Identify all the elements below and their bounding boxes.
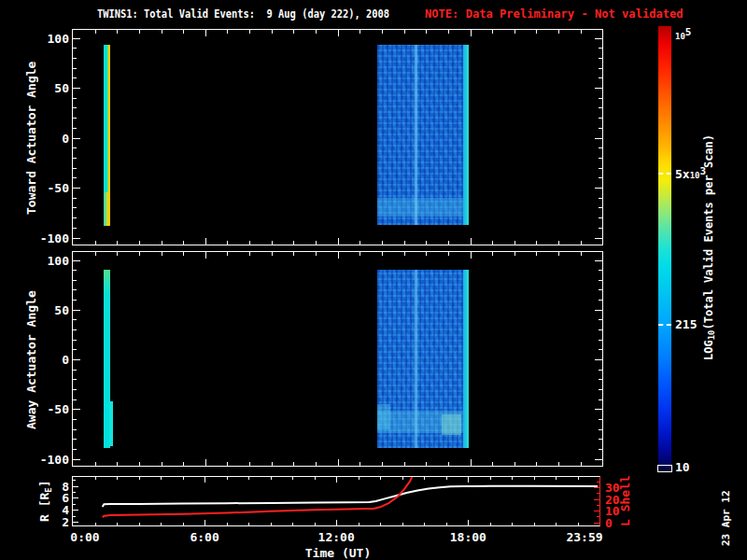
angle-tick <box>599 48 602 49</box>
angle-tick <box>599 449 602 450</box>
colorbar-tick <box>658 324 671 326</box>
angle-tick <box>595 38 602 39</box>
y-tick-label: -50 <box>48 402 69 416</box>
colorbar-tick-label: 105 <box>675 26 691 42</box>
spectrogram-data-region <box>463 45 469 225</box>
time-tick <box>205 252 206 259</box>
orbit-line-panel <box>72 476 600 526</box>
r-tick-label: 2 <box>62 515 69 529</box>
angle-tick <box>73 98 77 99</box>
angle-tick <box>599 349 602 350</box>
angle-tick <box>595 138 602 139</box>
angle-tick <box>73 270 77 271</box>
angle-tick <box>599 107 602 108</box>
time-tick <box>404 241 405 245</box>
angle-tick <box>599 217 602 218</box>
time-tick <box>117 30 118 34</box>
angle-tick <box>599 158 602 159</box>
time-tick <box>338 238 339 245</box>
angle-tick <box>73 198 77 199</box>
angle-tick <box>595 188 602 189</box>
angle-tick <box>599 98 602 99</box>
preliminary-note: NOTE: Data Preliminary - Not validated <box>425 7 684 21</box>
time-tick <box>139 462 140 466</box>
time-tick <box>183 462 184 466</box>
x-tick-label: 18:00 <box>450 530 486 544</box>
time-tick <box>227 30 228 34</box>
angle-tick <box>599 370 602 371</box>
angle-tick <box>73 389 77 390</box>
angle-tick <box>599 270 602 271</box>
angle-tick <box>73 107 77 108</box>
angle-tick <box>595 88 602 89</box>
time-tick <box>272 252 273 256</box>
time-tick <box>471 30 472 36</box>
time-tick <box>448 252 449 256</box>
time-tick <box>492 30 493 34</box>
angle-tick <box>73 429 77 430</box>
angle-tick <box>73 48 77 49</box>
spectrogram-data-region <box>109 401 112 446</box>
time-tick <box>316 252 317 256</box>
angle-tick <box>73 449 77 450</box>
r-axis-label: R [RE] <box>37 476 52 526</box>
spectrogram-data-region <box>377 198 469 217</box>
time-tick <box>492 252 493 256</box>
time-tick <box>162 462 162 466</box>
time-tick <box>382 462 383 466</box>
time-tick <box>359 241 360 245</box>
time-tick <box>183 241 184 245</box>
angle-tick <box>73 77 77 78</box>
angle-tick <box>73 459 80 460</box>
y-tick-label: 50 <box>54 81 69 95</box>
time-tick <box>581 252 582 256</box>
angle-tick <box>73 128 77 129</box>
time-tick <box>293 30 294 34</box>
time-tick <box>448 241 449 245</box>
y-tick-label: -100 <box>40 231 69 245</box>
x-tick-label: 6:00 <box>190 530 218 544</box>
angle-tick <box>599 68 602 69</box>
twins-plot-screen: TWINS1: Total Valid Events: 9 Aug (day 2… <box>0 0 747 560</box>
time-tick <box>404 462 405 466</box>
toward-axis-label: Toward Actuator Angle <box>24 61 39 216</box>
time-tick <box>227 252 228 256</box>
y-tick-label: 100 <box>48 31 69 45</box>
angle-tick <box>73 118 77 119</box>
time-tick <box>162 241 162 245</box>
time-tick <box>183 252 184 256</box>
time-tick <box>95 252 96 256</box>
angle-tick <box>599 399 602 400</box>
time-tick <box>581 30 582 34</box>
time-tick <box>139 30 140 34</box>
l-shell-line <box>103 477 414 517</box>
time-tick <box>95 30 96 34</box>
spectrogram-data-region <box>104 192 110 225</box>
time-tick <box>581 462 582 466</box>
time-tick <box>514 30 515 34</box>
angle-tick <box>595 238 602 239</box>
time-tick <box>558 30 559 34</box>
r-line <box>103 486 598 507</box>
time-tick <box>117 462 118 466</box>
angle-tick <box>73 238 80 239</box>
x-tick-label: 12:00 <box>318 530 355 544</box>
angle-tick <box>599 280 602 281</box>
time-tick <box>536 241 537 245</box>
time-tick <box>293 462 294 466</box>
spectrogram-data-region <box>377 404 390 429</box>
angle-tick <box>73 329 77 330</box>
colorbar-tick-label: 5x103 <box>675 164 706 180</box>
time-tick <box>227 462 228 466</box>
angle-tick <box>73 370 77 371</box>
y-tick-label: -100 <box>40 452 69 466</box>
time-tick <box>536 30 537 34</box>
angle-tick <box>599 379 602 380</box>
angle-tick <box>73 359 80 360</box>
time-tick <box>426 252 427 256</box>
angle-tick <box>73 399 77 400</box>
time-tick <box>536 252 537 256</box>
time-tick <box>536 462 537 466</box>
time-tick <box>359 30 360 34</box>
time-tick <box>227 241 228 245</box>
